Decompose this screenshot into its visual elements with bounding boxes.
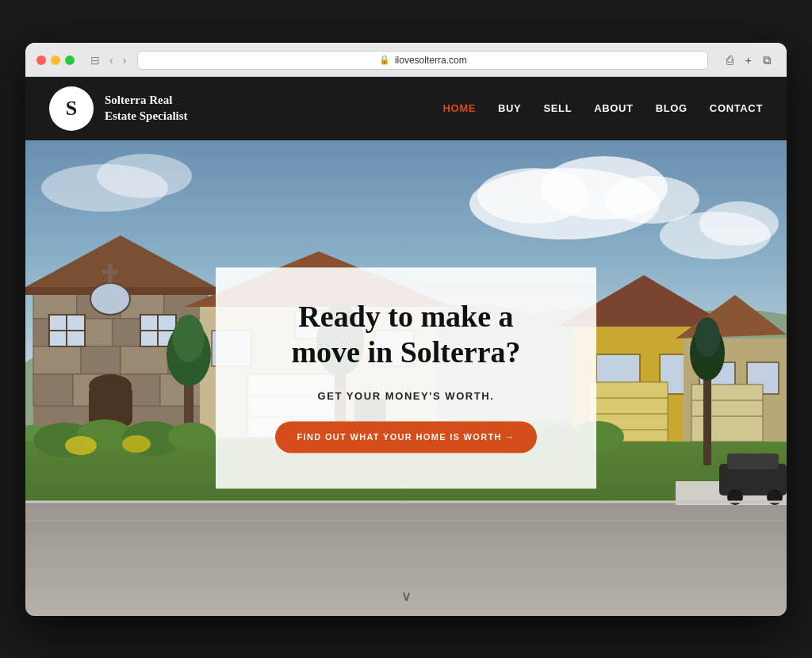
fullscreen-button[interactable] [65,55,75,65]
svg-point-39 [89,374,132,398]
site-header: S Solterra Real Estate Specialist HOME B… [25,77,787,140]
nav-buy[interactable]: BUY [498,102,521,114]
website: S Solterra Real Estate Specialist HOME B… [25,77,787,616]
tabs-button[interactable]: ⧉ [759,52,776,69]
svg-rect-67 [691,384,763,442]
nav-sell[interactable]: SELL [543,102,572,114]
svg-rect-23 [81,346,121,374]
logo-area: S Solterra Real Estate Specialist [49,86,188,131]
hero-cta-button[interactable]: FIND OUT WHAT YOUR HOME IS WORTH → [275,421,538,453]
nav-home[interactable]: HOME [442,102,476,114]
svg-rect-42 [102,270,118,274]
hero-overlay-card: Ready to make a move in Solterra? GET YO… [216,267,596,488]
svg-point-83 [168,423,216,451]
svg-point-85 [122,435,151,453]
logo-text: Solterra Real Estate Specialist [105,93,188,124]
svg-rect-26 [33,374,73,406]
site-nav: HOME BUY SELL ABOUT BLOG CONTACT [442,102,763,114]
lock-icon: 🔒 [379,55,390,65]
nav-about[interactable]: ABOUT [594,102,633,114]
minimize-button[interactable] [51,55,60,65]
hero-subtext: GET YOUR MONEY'S WORTH. [263,390,549,402]
url-text: ilovesolterra.com [395,55,467,66]
nav-contact[interactable]: CONTACT [710,102,763,114]
back-button[interactable]: ‹ [106,53,117,67]
logo-line1: Solterra Real [105,93,188,109]
svg-point-40 [90,283,130,315]
scroll-indicator[interactable]: ∨ [401,587,412,605]
svg-point-54 [173,315,205,362]
new-tab-button[interactable]: + [741,52,756,68]
svg-point-8 [97,154,192,198]
logo-line2: Estate Specialist [105,109,188,124]
nav-blog[interactable]: BLOG [656,102,688,114]
sidebar-toggle-button[interactable]: ⊟ [87,53,103,67]
svg-point-6 [699,201,779,246]
browser-controls: ⊟ ‹ › [87,53,129,67]
close-button[interactable] [36,55,46,65]
hero-headline: Ready to make a move in Solterra? [263,299,549,371]
svg-point-3 [477,168,588,224]
svg-point-76 [695,317,720,357]
traffic-lights [36,55,75,65]
address-bar[interactable]: 🔒 ilovesolterra.com [137,51,708,70]
svg-rect-22 [33,346,81,374]
browser-chrome: ⊟ ‹ › 🔒 ilovesolterra.com ⎙ + ⧉ [25,43,787,77]
svg-rect-24 [121,346,168,374]
browser-window: ⊟ ‹ › 🔒 ilovesolterra.com ⎙ + ⧉ S Solter… [25,43,787,616]
logo-icon: S [49,86,94,131]
share-button[interactable]: ⎙ [722,52,737,68]
svg-point-84 [65,436,97,455]
forward-button[interactable]: › [120,53,130,67]
browser-actions: ⎙ + ⧉ [722,52,776,69]
hero-section: Ready to make a move in Solterra? GET YO… [25,140,787,616]
svg-rect-71 [727,453,779,469]
